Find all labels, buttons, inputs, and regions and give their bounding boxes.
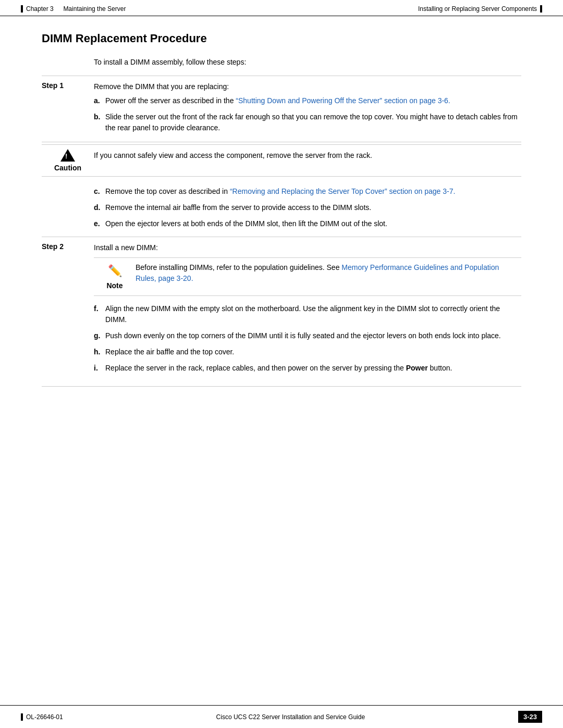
step2-sub-i-label: i. <box>94 363 105 374</box>
caution-text: If you cannot safely view and access the… <box>94 149 521 161</box>
step2-sub-i: i. Replace the server in the rack, repla… <box>94 363 521 374</box>
step2-sub-i-after: button. <box>428 364 452 372</box>
step2-sub-h-text: Replace the air baffle and the top cover… <box>105 347 521 357</box>
step2-sub-i-bold: Power <box>406 364 428 372</box>
footer-center: Cisco UCS C22 Server Installation and Se… <box>216 713 365 721</box>
note-text-before: Before installing DIMMs, refer to the po… <box>136 263 341 272</box>
note-text: Before installing DIMMs, refer to the po… <box>136 262 521 284</box>
header-left: Chapter 3 Maintaining the Server <box>21 5 126 13</box>
header-bar-right <box>540 5 542 13</box>
steps-cde-list: c. Remove the top cover as described in … <box>94 183 521 229</box>
step1-sub-d: d. Remove the internal air baffle from t… <box>94 202 521 213</box>
step1-sub-a-text: Power off the server as described in the… <box>105 95 521 106</box>
step1-sub-a-label: a. <box>94 95 105 106</box>
step2-text: Install a new DIMM: <box>94 243 158 252</box>
header-bar-left <box>21 5 23 13</box>
step1-text: Remove the DIMM that you are replacing: <box>94 82 229 91</box>
step1-sublist: a. Power off the server as described in … <box>94 92 521 133</box>
footer-doc-number: OL-26646-01 <box>26 713 63 721</box>
step2-sub-i-text: Replace the server in the rack, replace … <box>105 363 521 374</box>
step2-label: Step 2 <box>42 242 94 251</box>
step1-sub-d-text: Remove the internal air baffle from the … <box>105 202 521 213</box>
caution-label: Caution <box>54 164 81 172</box>
header-chapter: Chapter 3 <box>26 5 54 13</box>
note-left: ✏️ Note <box>94 262 136 291</box>
step1-sub-b-text: Slide the server out the front of the ra… <box>105 112 521 133</box>
step1-sub-e: e. Open the ejector levers at both ends … <box>94 218 521 229</box>
step1-sub-e-label: e. <box>94 218 105 229</box>
step2-content: Install a new DIMM: ✏️ Note Before insta… <box>94 242 521 379</box>
step2-sub-f-label: f. <box>94 303 105 314</box>
step1-sub-a: a. Power off the server as described in … <box>94 95 521 106</box>
footer-left: OL-26646-01 <box>21 713 63 721</box>
step1-content: Remove the DIMM that you are replacing: … <box>94 81 521 139</box>
step2-sub-f-text: Align the new DIMM with the empty slot o… <box>105 303 521 325</box>
page-title: DIMM Replacement Procedure <box>42 32 521 45</box>
step2-sub-i-before: Replace the server in the rack, replace … <box>105 364 406 372</box>
page-footer: OL-26646-01 Cisco UCS C22 Server Install… <box>0 705 563 728</box>
note-label: Note <box>106 280 123 291</box>
step1-sub-c-label: c. <box>94 186 105 197</box>
step1-sub-b: b. Slide the server out the front of the… <box>94 112 521 133</box>
shutting-down-link[interactable]: “Shutting Down and Powering Off the Serv… <box>236 96 450 105</box>
intro-paragraph: To install a DIMM assembly, follow these… <box>94 58 521 66</box>
step1-sub-c-before: Remove the top cover as described in <box>105 187 230 195</box>
header-right: Installing or Replacing Server Component… <box>418 5 542 13</box>
step1-sub-c: c. Remove the top cover as described in … <box>94 186 521 197</box>
step1-row: Step 1 Remove the DIMM that you are repl… <box>42 76 521 142</box>
step2-sub-h-label: h. <box>94 347 105 357</box>
step2-row: Step 2 Install a new DIMM: ✏️ Note Befor… <box>42 237 521 381</box>
main-content: DIMM Replacement Procedure To install a … <box>0 16 563 418</box>
note-pencil-icon: ✏️ <box>108 262 122 279</box>
bottom-separator <box>42 386 521 387</box>
step1-sub-a-before: Power off the server as described in the <box>105 96 236 105</box>
step2-sub-g-label: g. <box>94 330 105 341</box>
step2-sub-g: g. Push down evenly on the top corners o… <box>94 330 521 341</box>
step1-sub-e-text: Open the ejector levers at both ends of … <box>105 218 521 229</box>
header-section-title: Installing or Replacing Server Component… <box>418 5 537 13</box>
step2-sub-f: f. Align the new DIMM with the empty slo… <box>94 303 521 325</box>
step1-sub-c-text: Remove the top cover as described in “Re… <box>105 186 521 197</box>
note-block: ✏️ Note Before installing DIMMs, refer t… <box>94 257 521 296</box>
page-header: Chapter 3 Maintaining the Server Install… <box>0 0 563 16</box>
steps-fi-list: f. Align the new DIMM with the empty slo… <box>94 300 521 374</box>
step1-sub-d-label: d. <box>94 202 105 213</box>
removing-replacing-link[interactable]: “Removing and Replacing the Server Top C… <box>230 187 455 195</box>
caution-block: Caution If you cannot safely view and ac… <box>42 144 521 177</box>
step2-sub-h: h. Replace the air baffle and the top co… <box>94 347 521 357</box>
caution-left: Caution <box>42 149 94 172</box>
footer-page-number: 3-23 <box>518 711 542 723</box>
steps-cde-block: c. Remove the top cover as described in … <box>42 179 521 237</box>
step1-sub-b-label: b. <box>94 112 105 122</box>
caution-triangle-icon <box>60 149 75 162</box>
footer-bar-left <box>21 713 23 721</box>
header-chapter-title: Maintaining the Server <box>63 5 126 13</box>
step1-label: Step 1 <box>42 81 94 90</box>
step2-sub-g-text: Push down evenly on the top corners of t… <box>105 330 521 341</box>
